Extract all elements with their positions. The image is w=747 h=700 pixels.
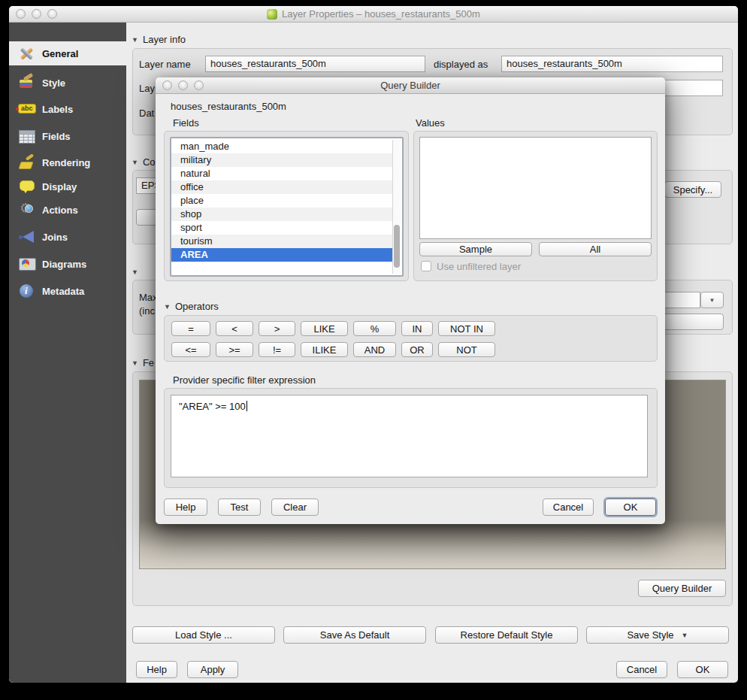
sidebar-item-label: Joins — [42, 232, 68, 243]
feature-subset-section-header[interactable]: Fe — [132, 357, 154, 368]
field-list-item[interactable]: man_made — [171, 140, 395, 153]
dialog-layer-name: houses_restaurants_500m — [171, 101, 286, 112]
field-list-item-selected[interactable]: AREA — [171, 248, 395, 262]
sidebar-item-general[interactable]: General — [9, 41, 126, 65]
sidebar-item-label: Diagrams — [42, 259, 86, 270]
restore-default-style-button[interactable]: Restore Default Style — [435, 626, 578, 644]
visibility-section-header[interactable] — [132, 266, 143, 277]
paintbrush-palette-icon — [18, 74, 36, 91]
dialog-help-button[interactable]: Help — [164, 498, 207, 516]
sidebar-item-joins[interactable]: Joins — [9, 226, 126, 248]
operator-greater-than-button[interactable]: > — [259, 321, 295, 336]
operators-label: Operators — [175, 301, 219, 312]
operator-greater-equal-button[interactable]: >= — [216, 342, 253, 357]
sidebar-item-label: Rendering — [42, 157, 90, 168]
operator-not-in-button[interactable]: NOT IN — [438, 321, 495, 336]
sidebar-item-label: Actions — [42, 205, 78, 216]
cancel-button[interactable]: Cancel — [616, 661, 667, 678]
field-list-item[interactable]: office — [171, 180, 395, 194]
displayed-as-label: displayed as — [434, 59, 488, 70]
window-title: Layer Properties – houses_restaurants_50… — [282, 8, 480, 20]
layer-source-label: Lay — [139, 83, 155, 94]
dialog-ok-button[interactable]: OK — [605, 498, 656, 516]
clear-button[interactable]: Clear — [271, 498, 319, 516]
field-list-item[interactable]: place — [171, 194, 395, 208]
field-list-item[interactable]: natural — [171, 167, 395, 180]
operator-or-button[interactable]: OR — [401, 342, 433, 357]
operators-section-header[interactable]: Operators — [164, 301, 219, 312]
operator-less-than-button[interactable]: < — [216, 321, 253, 336]
field-list-item[interactable]: tourism — [171, 235, 395, 248]
crs-section-header[interactable]: Co — [132, 156, 156, 168]
values-list[interactable] — [419, 137, 652, 239]
operator-percent-button[interactable]: % — [353, 321, 396, 336]
sidebar: General Style abc Labels Fields Renderin… — [9, 23, 126, 683]
field-list-item[interactable]: sport — [171, 221, 395, 235]
maximum-label: Max — [139, 292, 158, 303]
field-list-item[interactable]: military — [171, 153, 395, 167]
sidebar-item-labels[interactable]: abc Labels — [9, 98, 126, 120]
operator-and-button[interactable]: AND — [353, 342, 396, 357]
sidebar-item-metadata[interactable]: Metadata — [9, 280, 126, 302]
specify-button[interactable]: Specify... — [664, 181, 721, 198]
test-button[interactable]: Test — [218, 498, 261, 516]
operator-less-equal-button[interactable]: <= — [171, 342, 210, 357]
operator-equals-button[interactable]: = — [171, 321, 210, 336]
window-titlebar[interactable]: Layer Properties – houses_restaurants_50… — [9, 6, 738, 23]
qgis-icon — [267, 9, 277, 20]
sidebar-item-actions[interactable]: Actions — [9, 198, 126, 221]
pie-chart-icon — [18, 256, 36, 272]
layer-info-section-header[interactable]: Layer info — [132, 34, 186, 45]
sidebar-item-rendering[interactable]: Rendering — [9, 151, 126, 174]
operator-ilike-button[interactable]: ILIKE — [301, 342, 348, 357]
query-builder-button[interactable]: Query Builder — [638, 580, 726, 597]
operator-not-equal-button[interactable]: != — [259, 342, 295, 357]
sidebar-item-diagrams[interactable]: Diagrams — [9, 253, 126, 275]
sidebar-item-display[interactable]: Display — [9, 175, 126, 198]
abc-tag-icon: abc — [18, 101, 36, 117]
sidebar-item-label: Labels — [42, 104, 73, 115]
displayed-as-input[interactable]: houses_restaurants_500m — [501, 56, 723, 72]
dialog-cancel-button[interactable]: Cancel — [543, 498, 594, 516]
query-builder-dialog: Query Builder houses_restaurants_500m Fi… — [156, 77, 665, 524]
sidebar-item-fields[interactable]: Fields — [9, 125, 126, 147]
brush-icon — [18, 154, 36, 171]
fields-scrollbar[interactable] — [392, 140, 401, 274]
data-encoding-label: Dat — [139, 108, 154, 119]
feature-subset-label: Fe — [143, 357, 154, 368]
filter-expression-label: Provider specific filter expression — [173, 374, 316, 386]
layer-name-input[interactable]: houses_restaurants_500m — [205, 56, 425, 72]
sidebar-item-label: Fields — [42, 131, 71, 142]
use-unfiltered-checkbox[interactable] — [421, 261, 431, 271]
sidebar-item-label: General — [42, 48, 78, 59]
dialog-titlebar[interactable]: Query Builder — [156, 77, 665, 94]
fields-scrollbar-thumb[interactable] — [394, 225, 400, 268]
help-button[interactable]: Help — [136, 661, 177, 678]
operator-not-button[interactable]: NOT — [438, 342, 495, 357]
speech-bubble-icon — [18, 178, 36, 195]
operator-in-button[interactable]: IN — [401, 321, 433, 336]
combo-dropdown-button[interactable] — [700, 292, 724, 308]
use-unfiltered-label: Use unfiltered layer — [437, 261, 521, 272]
save-style-button[interactable]: Save Style ▼ — [586, 626, 729, 644]
sidebar-item-label: Metadata — [42, 286, 84, 297]
layer-name-label: Layer name — [139, 59, 191, 70]
values-label: Values — [416, 117, 445, 129]
desktop-background: Layer Properties – houses_restaurants_50… — [0, 0, 747, 700]
all-button[interactable]: All — [539, 242, 652, 256]
ok-button[interactable]: OK — [677, 661, 728, 678]
sidebar-item-style[interactable]: Style — [9, 71, 126, 94]
window-title-wrap: Layer Properties – houses_restaurants_50… — [9, 8, 738, 20]
operator-like-button[interactable]: LIKE — [301, 321, 348, 336]
filter-expression-text: "AREA" >= 100 — [179, 401, 246, 412]
join-arrow-icon — [18, 229, 36, 245]
load-style-button[interactable]: Load Style ... — [132, 626, 275, 644]
fields-list[interactable]: man_made military natural office place s… — [170, 137, 404, 277]
sample-button[interactable]: Sample — [419, 242, 532, 256]
abc-tag-text: abc — [18, 104, 36, 114]
filter-expression-textarea[interactable]: "AREA" >= 100 — [171, 395, 648, 477]
field-list-item[interactable]: shop — [171, 208, 395, 221]
save-as-default-button[interactable]: Save As Default — [283, 626, 426, 644]
chevron-down-icon: ▼ — [682, 632, 688, 639]
apply-button[interactable]: Apply — [187, 661, 238, 678]
